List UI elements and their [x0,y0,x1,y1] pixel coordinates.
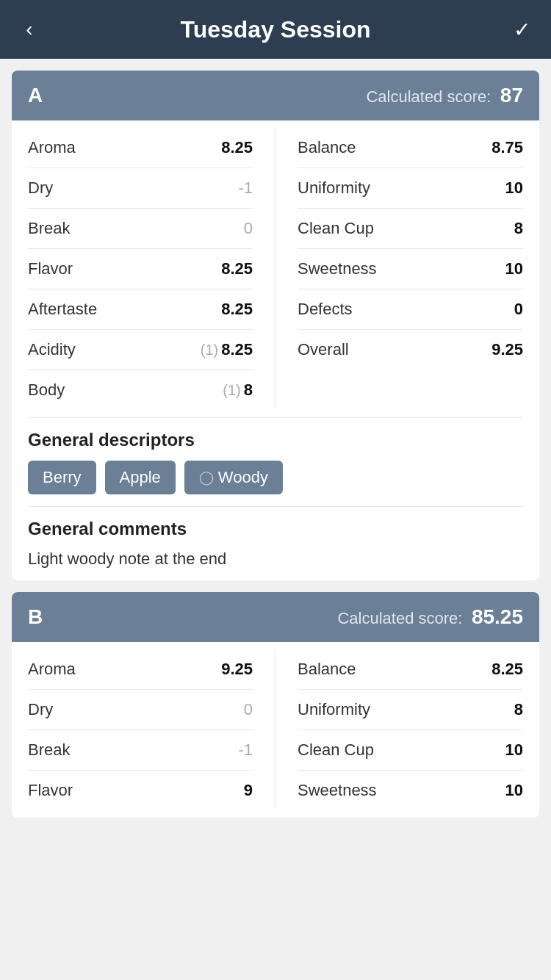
score-label: Clean Cup [298,741,374,760]
score-value: 87 [500,84,523,107]
score-value: 8.25 [491,660,523,679]
scores-grid: Aroma 8.25 Dry -1 Break 0 Flavor 8.25 [12,120,539,417]
score-value: 9.25 [491,340,523,359]
score-row: Balance 8.25 [298,649,523,690]
score-row: Clean Cup 10 [298,730,523,771]
descriptors-title: General descriptors [28,430,523,450]
score-value: 9.25 [221,660,253,679]
score-row: Flavor 9 [28,771,253,810]
remove-icon: ◯ [199,469,214,486]
section-letter: B [28,605,43,629]
score-label: Overall [298,340,349,359]
score-value: 0 [514,300,523,319]
score-row: Aroma 8.25 [28,128,253,168]
score-row: Aftertaste 8.25 [28,289,253,330]
score-value: 8 [514,219,523,238]
score-value: 8 [514,700,523,719]
score-label: Uniformity [298,179,370,198]
back-button[interactable]: ‹ [15,18,44,41]
score-value: -1 [238,179,253,198]
score-value: 10 [505,741,523,760]
score-card-b: B Calculated score: 85.25 Aroma 9.25 Dry… [12,592,539,818]
score-value: 8.75 [491,138,523,157]
score-right: (1) 8.25 [201,340,253,359]
score-right: 8.25 [221,138,253,157]
descriptor-tag[interactable]: Berry [28,461,96,494]
score-value: 10 [505,781,523,800]
score-label: Aroma [28,138,76,157]
score-label: Break [28,741,70,760]
tag-label: Woody [218,468,268,487]
score-row: Dry -1 [28,168,253,209]
score-modifier: (1) [223,382,240,399]
right-score-column: Balance 8.75 Uniformity 10 Clean Cup 8 S… [276,128,523,410]
score-value: 8.25 [221,259,253,278]
score-row: Acidity (1) 8.25 [28,330,253,370]
tag-label: Apple [120,468,161,487]
section-letter: A [28,84,43,107]
score-row: Dry 0 [28,690,253,730]
score-label: Clean Cup [298,219,374,238]
descriptor-tag[interactable]: ◯Woody [184,461,283,494]
score-row: Flavor 8.25 [28,249,253,289]
score-label: Sweetness [298,781,377,800]
comments-text: Light woody note at the end [28,550,523,569]
score-row: Break -1 [28,730,253,771]
score-label: Aftertaste [28,300,97,319]
score-label: Flavor [28,781,73,800]
left-score-column: Aroma 9.25 Dry 0 Break -1 Flavor 9 [28,649,276,810]
comments-section: General commentsLight woody note at the … [12,507,539,580]
right-score-column: Balance 8.25 Uniformity 8 Clean Cup 10 S… [276,649,523,810]
header: ‹ Tuesday Session ✓ [0,0,551,59]
confirm-button[interactable]: ✓ [507,18,536,42]
score-right: 9 [244,781,253,800]
card-header-a: A Calculated score: 87 [12,71,539,120]
score-value: 8.25 [221,300,253,319]
score-display: Calculated score: 85.25 [337,605,523,629]
score-value: 0 [244,700,253,719]
score-right: -1 [238,741,253,760]
score-right: 0 [244,219,253,238]
score-label: Dry [28,179,53,198]
score-row: Body (1) 8 [28,370,253,410]
score-value: 9 [244,781,253,800]
score-label: Flavor [28,259,73,278]
score-row: Break 0 [28,209,253,249]
score-row: Defects 0 [298,289,523,330]
score-modifier: (1) [201,342,218,359]
score-label: Break [28,219,70,238]
score-display: Calculated score: 87 [366,84,523,107]
score-value: 8 [244,381,253,400]
comments-title: General comments [28,519,523,539]
score-row: Overall 9.25 [298,330,523,370]
score-label: Uniformity [298,700,370,719]
content-area: A Calculated score: 87 Aroma 8.25 Dry -1… [0,59,551,829]
score-right: (1) 8 [223,381,253,400]
score-value: 8.25 [221,340,253,359]
score-value: 85.25 [472,605,523,628]
descriptors-section: General descriptorsBerryApple◯Woody [12,418,539,506]
score-label: Balance [298,138,356,157]
score-value: 0 [244,219,253,238]
score-label: Balance [298,660,356,679]
score-right: 8.25 [221,300,253,319]
score-row: Aroma 9.25 [28,649,253,690]
score-label: Aroma [28,660,76,679]
score-label: Calculated score: [366,87,491,106]
score-label: Sweetness [298,259,377,278]
score-right: 9.25 [221,660,253,679]
score-right: 8.25 [221,259,253,278]
score-value: 10 [505,179,523,198]
page-title: Tuesday Session [44,16,507,43]
score-value: 10 [505,259,523,278]
score-value: -1 [238,741,253,760]
score-right: -1 [238,179,253,198]
tag-label: Berry [43,468,82,487]
score-label: Defects [298,300,353,319]
descriptor-tag[interactable]: Apple [105,461,176,494]
scores-grid: Aroma 9.25 Dry 0 Break -1 Flavor 9 [12,642,539,818]
descriptor-tags: BerryApple◯Woody [28,461,523,494]
left-score-column: Aroma 8.25 Dry -1 Break 0 Flavor 8.25 [28,128,276,410]
score-card-a: A Calculated score: 87 Aroma 8.25 Dry -1… [12,71,539,580]
score-right: 0 [244,700,253,719]
